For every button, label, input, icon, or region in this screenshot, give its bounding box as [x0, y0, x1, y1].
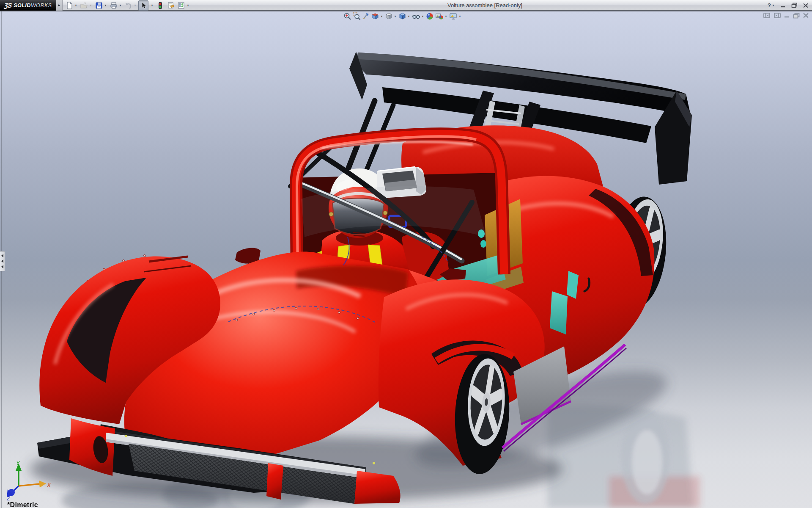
save-button[interactable]: ▾ [94, 0, 108, 11]
close-button[interactable] [803, 3, 809, 8]
view-settings-button[interactable]: ▾ [449, 12, 462, 20]
graphics-viewport[interactable] [0, 11, 812, 508]
display-style-button[interactable]: ▾ [398, 12, 411, 20]
solidworks-window: ƷS SOLID WORKS ► ▾ ▾ [0, 0, 812, 508]
solidworks-logo: ƷS SOLID WORKS [0, 0, 56, 11]
display-style-icon [398, 12, 406, 20]
print-button[interactable]: ▾ [109, 0, 123, 11]
restore-button[interactable] [791, 3, 798, 8]
feature-manager-collapse-tab[interactable] [0, 251, 5, 271]
view-orientation-label: *Dimetric [7, 501, 38, 508]
select-tool-button[interactable] [138, 0, 148, 11]
standard-toolbar: ▾ ▾ ▾ ▾ [64, 0, 191, 10]
model-scene [0, 11, 812, 508]
edit-appearance-icon [426, 12, 434, 20]
zoom-to-fit-icon [343, 12, 351, 20]
pane-toggle-left-button[interactable] [763, 12, 771, 19]
view-orientation-button[interactable]: ▾ [385, 12, 397, 20]
reference-triad: Y X Z [6, 460, 52, 500]
save-icon [95, 1, 103, 10]
zoom-to-area-icon [353, 12, 361, 20]
view-settings-icon [449, 12, 458, 20]
select-cursor-icon [139, 1, 148, 10]
design-checker-icon [177, 1, 186, 10]
collapse-arrow-icon [1, 254, 3, 257]
viewport-top-border [0, 11, 812, 11]
new-document-icon [65, 1, 74, 10]
titlebar-controls: ?▾ [768, 0, 809, 11]
zoom-to-area-button[interactable] [353, 12, 361, 20]
minimize-button[interactable] [780, 3, 786, 8]
rebuild-traffic-light-icon [156, 1, 165, 10]
help-button[interactable]: ?▾ [768, 2, 775, 8]
open-document-button[interactable]: ▾ [79, 0, 93, 11]
hide-show-items-button[interactable]: ▾ [412, 12, 425, 20]
undo-button[interactable]: ▾ [123, 0, 138, 11]
open-document-icon [80, 1, 88, 10]
rebuild-button[interactable] [155, 0, 165, 11]
previous-view-icon [362, 12, 370, 20]
collapse-arrow-icon [1, 260, 3, 263]
previous-view-button[interactable] [362, 12, 370, 20]
menu-expand-arrow[interactable]: ► [56, 0, 63, 11]
design-checker-button[interactable]: ▾ [176, 0, 191, 11]
title-bar: ƷS SOLID WORKS ► ▾ ▾ [0, 0, 812, 11]
document-minimize-button[interactable] [784, 13, 790, 18]
triad-x-label: X [47, 482, 51, 488]
file-properties-button[interactable] [166, 0, 176, 11]
select-tool-dropdown[interactable]: ▾ [149, 0, 155, 11]
print-icon [110, 1, 118, 10]
zoom-to-fit-button[interactable] [343, 12, 351, 20]
hide-show-items-icon [412, 12, 420, 20]
undo-icon [124, 1, 133, 10]
logo-glyph: ƷS [4, 2, 12, 9]
triad-z-label: Z [6, 496, 10, 500]
side-window-teal[interactable] [550, 291, 568, 334]
document-restore-button[interactable] [793, 13, 800, 19]
apply-scene-icon [435, 12, 444, 20]
document-window-controls [763, 12, 809, 19]
file-properties-icon [167, 1, 175, 10]
heads-up-view-toolbar: ▾ ▾ ▾ ▾ [343, 12, 463, 20]
new-document-button[interactable]: ▾ [64, 0, 79, 11]
collapse-arrow-icon [1, 265, 3, 268]
section-view-button[interactable]: ▾ [371, 12, 384, 20]
apply-scene-button[interactable]: ▾ [435, 12, 448, 20]
document-close-button[interactable] [803, 13, 809, 18]
window-title: Voiture assomblee [Read-only] [447, 0, 522, 11]
edit-appearance-button[interactable] [426, 12, 434, 20]
pane-toggle-right-button[interactable] [774, 12, 781, 19]
view-orientation-icon [385, 12, 393, 20]
section-view-icon [371, 12, 379, 20]
